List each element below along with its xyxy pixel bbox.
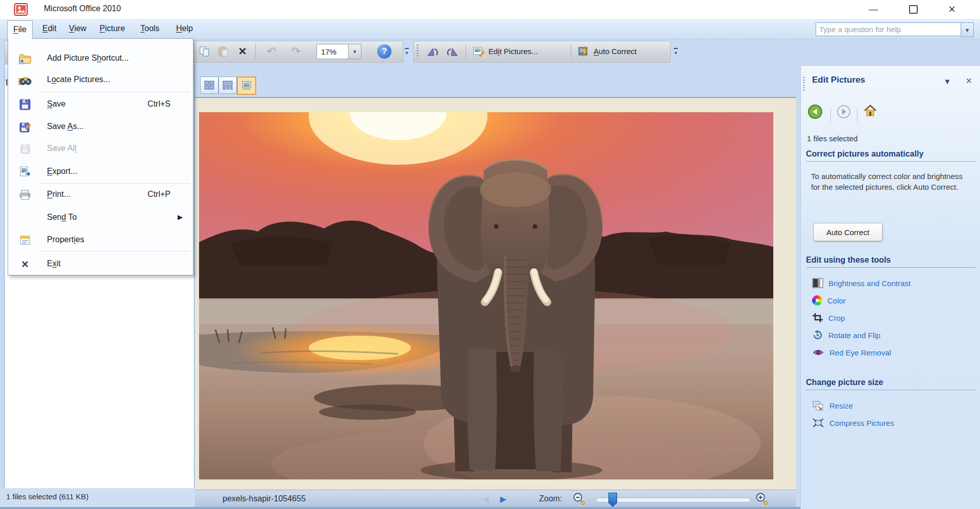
compress-pictures-link[interactable]: Compress Pictures: [829, 419, 894, 427]
thumbnail-view-button[interactable]: [200, 77, 218, 94]
color-link[interactable]: Color: [827, 296, 846, 305]
rotate-right-icon: [446, 45, 460, 58]
redo-icon: ↷: [291, 45, 301, 58]
save-as-icon: [16, 119, 34, 135]
undo-icon: ↶: [267, 45, 276, 58]
menu-separator: [41, 183, 190, 184]
crop-icon: [812, 313, 823, 323]
edit-pictures-button[interactable]: Edit Pictures...: [470, 42, 541, 60]
shortcut-label: Ctrl+S: [148, 99, 170, 109]
toolbar-options-button[interactable]: ▾: [672, 42, 680, 61]
edit-pictures-icon: [473, 46, 485, 57]
zoom-out-icon: [573, 492, 586, 506]
auto-correct-button[interactable]: Auto Correct: [575, 42, 640, 60]
menu-item-add-picture-shortcut[interactable]: Add Picture Shortcut...: [9, 49, 192, 68]
help-button[interactable]: ?: [376, 42, 393, 60]
zoom-slider-track[interactable]: [596, 498, 750, 502]
toolbar-options-button[interactable]: ▾: [403, 42, 411, 61]
menu-edit[interactable]: Edit: [37, 21, 62, 36]
copy-icon: [199, 46, 211, 57]
print-icon: [16, 187, 34, 202]
pane-dropdown-button[interactable]: ▼: [940, 75, 955, 87]
home-button[interactable]: [863, 104, 877, 120]
thumbnail-view-icon: [204, 80, 215, 90]
pane-grip[interactable]: [803, 77, 805, 91]
add-picture-shortcut-icon: [16, 51, 34, 66]
back-button[interactable]: [807, 104, 823, 122]
maximize-button[interactable]: [902, 2, 924, 17]
auto-correct-pane-button[interactable]: Auto Correct: [813, 223, 883, 241]
minimize-button[interactable]: —: [863, 2, 884, 17]
chevron-down-icon: ▾: [674, 50, 677, 56]
shortcut-label: Ctrl+P: [148, 190, 170, 199]
previous-picture-button[interactable]: ◀: [480, 493, 492, 505]
list-item: Crop: [812, 311, 975, 325]
paste-button[interactable]: [214, 42, 232, 60]
menu-picture[interactable]: Picture: [94, 21, 131, 36]
edit-tools-heading: Edit using these tools: [806, 256, 975, 268]
paste-icon: [217, 46, 229, 57]
single-picture-view-button[interactable]: [237, 77, 256, 95]
rotate-right-button[interactable]: [443, 42, 462, 60]
filmstrip-view-button[interactable]: [218, 77, 237, 94]
next-picture-button[interactable]: ▶: [497, 493, 509, 505]
close-button[interactable]: ×: [941, 2, 963, 17]
copy-button[interactable]: [196, 42, 213, 60]
list-item: Resize: [812, 398, 975, 413]
brightness-contrast-link[interactable]: Brightness and Contrast: [828, 279, 911, 288]
toolbar-separator: [465, 44, 466, 59]
crop-link[interactable]: Crop: [828, 314, 845, 322]
menu-tools[interactable]: Tools: [135, 21, 165, 36]
zoom-out-button[interactable]: [573, 492, 586, 508]
resize-link[interactable]: Resize: [829, 401, 853, 410]
change-size-heading: Change picture size: [806, 378, 975, 390]
zoom-slider-thumb[interactable]: [608, 493, 617, 507]
delete-button[interactable]: ×: [234, 42, 251, 60]
menu-help[interactable]: Help: [170, 21, 199, 36]
edit-pictures-pane: Edit Pictures ▼ × 1 files selected Corre…: [800, 65, 980, 509]
menu-item-save-all[interactable]: Save All: [9, 139, 192, 159]
pane-close-button[interactable]: ×: [962, 74, 975, 87]
locate-pictures-icon: [16, 72, 34, 88]
undo-button[interactable]: ↶: [261, 42, 282, 60]
rotate-flip-icon: [812, 330, 823, 340]
menu-item-exit[interactable]: × Exit: [9, 254, 192, 274]
menu-file[interactable]: File: [7, 20, 33, 38]
correct-pictures-heading: Correct pictures automatically: [806, 149, 975, 162]
filmstrip-bottom-bar: pexels-hsapir-1054655 ◀ ▶ Zoom:: [195, 490, 796, 508]
forward-button[interactable]: [837, 105, 851, 121]
toolbar-grip[interactable]: [416, 45, 419, 58]
close-icon: ×: [948, 2, 955, 16]
prev-icon: ◀: [483, 494, 489, 504]
help-search: ▼: [816, 22, 973, 36]
menu-item-print[interactable]: Print... Ctrl+P: [9, 185, 192, 205]
save-all-icon: [16, 141, 34, 157]
zoom-label: Zoom:: [539, 494, 562, 503]
zoom-combobox-dropdown[interactable]: ▾: [348, 44, 361, 59]
filmstrip-view-icon: [222, 80, 233, 90]
help-icon: ?: [377, 44, 391, 59]
close-icon: ×: [966, 75, 972, 87]
menu-item-properties[interactable]: Properties: [9, 231, 192, 250]
next-icon: ▶: [500, 494, 506, 504]
help-search-dropdown[interactable]: ▼: [961, 22, 974, 37]
menu-item-save[interactable]: Save Ctrl+S: [9, 95, 192, 114]
list-item: Color: [812, 293, 975, 308]
red-eye-icon: [812, 348, 824, 357]
toolbar-separator: [255, 44, 256, 59]
red-eye-removal-link[interactable]: Red Eye Removal: [829, 348, 891, 357]
rotate-flip-link[interactable]: Rotate and Flip: [828, 331, 880, 340]
menu-view[interactable]: View: [63, 21, 92, 36]
menu-separator: [41, 251, 190, 251]
zoom-in-button[interactable]: [755, 492, 769, 508]
redo-button[interactable]: ↷: [286, 42, 306, 60]
menu-item-locate-pictures[interactable]: Locate Pictures...: [9, 70, 192, 90]
rotate-left-button[interactable]: [423, 42, 442, 60]
export-icon: [16, 164, 34, 180]
menu-item-export[interactable]: Export...: [9, 162, 192, 182]
menu-item-send-to[interactable]: Send To ▶: [9, 208, 192, 227]
menu-item-save-as[interactable]: Save As...: [9, 117, 192, 137]
help-search-input[interactable]: [816, 22, 967, 36]
color-icon: [812, 295, 822, 306]
brightness-contrast-icon: [812, 278, 823, 288]
